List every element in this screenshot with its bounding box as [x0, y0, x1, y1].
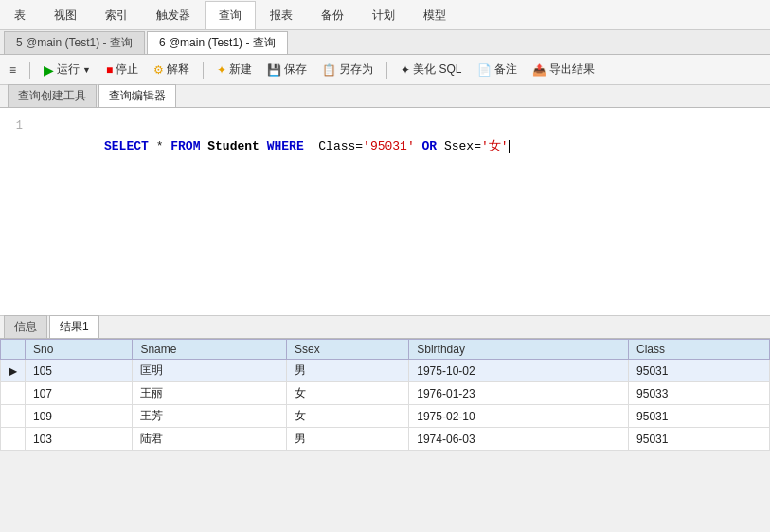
editor-area[interactable]: 1 SELECT * FROM Student WHERE Class='950… [0, 108, 770, 316]
table-row[interactable]: 103陆君男1974-06-0395031 [1, 428, 770, 451]
table-row[interactable]: 109王芳女1975-02-1095031 [1, 405, 770, 428]
table-header-row: Sno Sname Ssex Sbirthday Class [1, 340, 770, 360]
cond1b: '95031' [363, 139, 415, 153]
nav-item-report[interactable]: 报表 [256, 1, 307, 29]
table-row[interactable]: ▶105匡明男1975-10-0295031 [1, 360, 770, 382]
result-tab-info[interactable]: 信息 [4, 315, 47, 338]
table-cell: 95031 [629, 405, 770, 428]
sub-tabs: 查询创建工具 查询编辑器 [0, 85, 770, 108]
table-cell: 男 [287, 360, 409, 382]
table-cell: 1974-06-03 [409, 428, 629, 451]
run-button[interactable]: ▶ 运行 ▼ [40, 60, 95, 80]
run-label: 运行 [57, 62, 80, 78]
save-label: 保存 [284, 62, 307, 78]
nav-item-view[interactable]: 视图 [40, 1, 91, 29]
table-cell: 女 [287, 405, 409, 428]
editor-wrapper: 1 SELECT * FROM Student WHERE Class='950… [0, 108, 770, 316]
beautify-button[interactable]: ✦ 美化 SQL [397, 60, 465, 80]
menu-icon: ≡ [9, 63, 16, 77]
cond2a: Ssex= [444, 139, 481, 153]
toolbar-sep-1 [29, 62, 30, 79]
explain-label: 解释 [167, 62, 189, 78]
table-name: Student [200, 139, 266, 153]
table-cell: 95033 [629, 382, 770, 405]
row-pointer [1, 428, 26, 451]
beautify-label: 美化 SQL [413, 62, 461, 78]
nav-item-index[interactable]: 索引 [91, 1, 142, 29]
new-label: 新建 [229, 62, 252, 78]
bottom-panel: 信息 结果1 Sno Sname Ssex Sbirthday Class ▶1… [0, 316, 770, 532]
table-cell: 95031 [629, 428, 770, 451]
saveas-button[interactable]: 📋 另存为 [318, 60, 377, 80]
table-cell: 1975-10-02 [409, 360, 629, 382]
run-icon: ▶ [44, 62, 54, 78]
table-cell: 王芳 [133, 405, 287, 428]
export-label: 导出结果 [549, 62, 595, 78]
top-nav: 表 视图 索引 触发器 查询 报表 备份 计划 模型 [0, 0, 770, 30]
run-dropdown-icon: ▼ [82, 65, 91, 75]
subtab-editor[interactable]: 查询编辑器 [98, 84, 176, 107]
nav-item-backup[interactable]: 备份 [307, 1, 358, 29]
result-table-container: Sno Sname Ssex Sbirthday Class ▶105匡明男19… [0, 339, 770, 451]
table-cell: 男 [287, 428, 409, 451]
result-tab-1[interactable]: 结果1 [49, 315, 99, 338]
star-space: * [149, 139, 170, 153]
col-ssex-header: Ssex [287, 340, 409, 360]
col-pointer-header [1, 340, 26, 360]
col-sno-header: Sno [26, 340, 133, 360]
editor-line-1: 1 SELECT * FROM Student WHERE Class='950… [0, 115, 770, 178]
nav-item-table[interactable]: 表 [0, 1, 40, 29]
table-cell: 105 [26, 360, 133, 382]
nav-item-plan[interactable]: 计划 [358, 1, 409, 29]
new-button[interactable]: ✦ 新建 [213, 60, 256, 80]
comment-button[interactable]: 📄 备注 [474, 60, 521, 80]
explain-button[interactable]: ⚙ 解释 [150, 60, 193, 80]
stop-icon: ■ [106, 63, 113, 77]
kw-select: SELECT [104, 139, 149, 153]
toolbar-sep-2 [203, 62, 204, 79]
subtab-creator[interactable]: 查询创建工具 [8, 84, 97, 107]
table-cell: 107 [26, 382, 133, 405]
line-number-1: 1 [0, 115, 30, 136]
row-pointer: ▶ [1, 360, 26, 382]
kw-from: FROM [170, 139, 200, 153]
table-cell: 陆君 [133, 428, 287, 451]
export-icon: 📤 [532, 63, 546, 77]
table-cell: 匡明 [133, 360, 287, 382]
table-cell: 1976-01-23 [409, 382, 629, 405]
main-container: ≡ ▶ 运行 ▼ ■ 停止 ⚙ 解释 ✦ 新建 💾 保存 📋 另存为 [0, 55, 770, 532]
cond1a: Class= [304, 139, 363, 153]
query-tab-6[interactable]: 6 @main (Test1) - 查询 [147, 31, 288, 54]
nav-item-query[interactable]: 查询 [205, 1, 256, 29]
table-cell: 女 [287, 382, 409, 405]
save-icon: 💾 [267, 63, 281, 77]
table-cell: 1975-02-10 [409, 405, 629, 428]
table-row[interactable]: 107王丽女1976-01-2395033 [1, 382, 770, 405]
stop-button[interactable]: ■ 停止 [102, 60, 142, 80]
table-cell: 103 [26, 428, 133, 451]
export-button[interactable]: 📤 导出结果 [528, 60, 599, 80]
nav-item-model[interactable]: 模型 [409, 1, 460, 29]
toolbar: ≡ ▶ 运行 ▼ ■ 停止 ⚙ 解释 ✦ 新建 💾 保存 📋 另存为 [0, 55, 770, 85]
col-class-header: Class [629, 340, 770, 360]
row-pointer [1, 382, 26, 405]
save-button[interactable]: 💾 保存 [263, 60, 311, 80]
result-table: Sno Sname Ssex Sbirthday Class ▶105匡明男19… [0, 339, 770, 451]
kw-or: OR [415, 139, 444, 153]
query-tab-bar: 5 @main (Test1) - 查询 6 @main (Test1) - 查… [0, 30, 770, 55]
cond2b: '女' [481, 139, 509, 153]
toolbar-sep-3 [386, 62, 387, 79]
col-sname-header: Sname [133, 340, 287, 360]
comment-label: 备注 [494, 62, 517, 78]
beautify-icon: ✦ [401, 63, 410, 77]
nav-item-trigger[interactable]: 触发器 [142, 1, 205, 29]
explain-icon: ⚙ [153, 63, 164, 77]
text-cursor [509, 140, 510, 153]
line-code-1: SELECT * FROM Student WHERE Class='95031… [30, 115, 770, 178]
row-pointer [1, 405, 26, 428]
menu-button[interactable]: ≡ [6, 62, 20, 79]
query-tab-5[interactable]: 5 @main (Test1) - 查询 [4, 31, 145, 54]
new-icon: ✦ [217, 63, 226, 77]
table-cell: 95031 [629, 360, 770, 382]
saveas-icon: 📋 [322, 63, 336, 77]
